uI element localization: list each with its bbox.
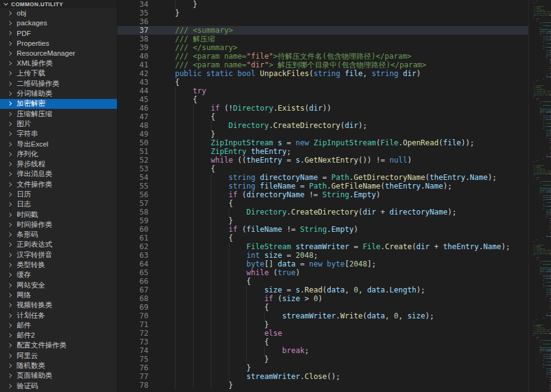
tree-item[interactable]: packages <box>0 18 117 28</box>
code-line[interactable]: 61 { <box>117 234 528 242</box>
line-number[interactable]: 77 <box>117 372 153 381</box>
tree-item[interactable]: 网络 <box>0 290 117 300</box>
code-line[interactable]: 58 Directory.CreateDirectory(dir + direc… <box>117 208 528 216</box>
line-number[interactable]: 41 <box>117 61 153 69</box>
code-line[interactable]: 64 byte[] data = new byte[2048]; <box>117 260 528 268</box>
code-line[interactable]: 50 ZipInputStream s = new ZipInputStream… <box>117 138 528 147</box>
code-line[interactable]: 52 while ((theEntry = s.GetNextEntry()) … <box>117 156 528 164</box>
tree-item[interactable]: 视频转换类 <box>0 300 117 310</box>
line-number[interactable]: 52 <box>117 156 153 164</box>
tree-item[interactable]: 类型转换 <box>0 260 117 270</box>
code-line[interactable]: 46 if (!Directory.Exists(dir)) <box>117 104 528 113</box>
tree-item[interactable]: obj <box>0 8 117 18</box>
code-line[interactable]: 73 { <box>117 338 528 346</box>
line-number[interactable]: 43 <box>117 78 153 87</box>
code-line[interactable]: 57 { <box>117 199 528 208</box>
tree-item[interactable]: ResourceManager <box>0 48 117 58</box>
tree-item[interactable]: 缓存 <box>0 270 117 280</box>
tree-item[interactable]: 文件操作类 <box>0 179 117 189</box>
tree-item[interactable]: 邮件2 <box>0 331 117 341</box>
code-line[interactable]: 45 { <box>117 95 528 104</box>
code-line[interactable]: 62 FileStream streamWriter = File.Create… <box>117 242 528 251</box>
line-number[interactable]: 53 <box>117 164 153 173</box>
code-line[interactable]: 36 <box>117 17 528 26</box>
line-number[interactable]: 39 <box>117 43 153 52</box>
tree-item[interactable]: 弹出消息类 <box>0 169 117 179</box>
tree-item[interactable]: 加密解密 <box>0 99 117 109</box>
line-number[interactable]: 51 <box>117 147 153 156</box>
code-line[interactable]: 53 { <box>117 164 528 173</box>
line-number[interactable]: 38 <box>117 35 153 43</box>
tree-item[interactable]: XML操作类 <box>0 58 117 68</box>
code-line[interactable]: 66 { <box>117 277 528 286</box>
tree-item[interactable]: 时间操作类 <box>0 219 117 229</box>
tree-item[interactable]: 正则表达式 <box>0 240 117 250</box>
tree-item[interactable]: 验证码 <box>0 381 117 391</box>
code-line[interactable]: 43 { <box>117 78 528 87</box>
code-line[interactable]: 65 while (true) <box>117 268 528 277</box>
tree-item[interactable]: 网站安全 <box>0 280 117 290</box>
code-line[interactable]: 67 size = s.Read(data, 0, data.Length); <box>117 286 528 294</box>
line-number[interactable]: 78 <box>117 381 153 390</box>
code-lines[interactable]: 34 }35 }3637 /// <summary>38 /// 解压缩39 /… <box>117 0 528 392</box>
line-number[interactable]: 48 <box>117 121 153 130</box>
tree-item[interactable]: 日历 <box>0 189 117 199</box>
tree-item[interactable]: 导出Excel <box>0 139 117 149</box>
line-number[interactable]: 54 <box>117 173 153 182</box>
code-line[interactable]: 44 try <box>117 87 528 95</box>
line-number[interactable]: 62 <box>117 242 153 251</box>
tree-item[interactable]: 随机数类 <box>0 360 117 370</box>
line-number[interactable]: 35 <box>117 9 153 17</box>
line-number[interactable]: 42 <box>117 69 153 78</box>
line-number[interactable]: 55 <box>117 182 153 190</box>
line-number[interactable]: 64 <box>117 260 153 268</box>
tree-item[interactable]: 日志 <box>0 200 117 210</box>
code-line[interactable]: 56 if (directoryName != String.Empty) <box>117 190 528 199</box>
tree-item[interactable]: 邮件 <box>0 320 117 330</box>
line-number[interactable]: 47 <box>117 113 153 121</box>
explorer-section-header[interactable]: COMMON.UTILITY <box>0 0 117 8</box>
line-number[interactable]: 50 <box>117 138 153 147</box>
line-number[interactable]: 74 <box>117 346 153 355</box>
code-line[interactable]: 34 } <box>117 0 528 9</box>
line-number[interactable]: 45 <box>117 95 153 104</box>
tree-item[interactable]: 序列化 <box>0 149 117 159</box>
line-number[interactable]: 71 <box>117 320 153 329</box>
line-number[interactable]: 58 <box>117 208 153 216</box>
tree-item[interactable]: 分词辅助类 <box>0 88 117 98</box>
tree-item[interactable]: 二维码操作类 <box>0 79 117 88</box>
code-line[interactable]: 37 /// <summary> <box>117 26 528 35</box>
tree-item[interactable]: Properties <box>0 38 117 48</box>
line-number[interactable]: 72 <box>117 329 153 338</box>
code-line[interactable]: 40 /// <param name="file">待解压文件名(包含物理路径)… <box>117 52 528 61</box>
line-number[interactable]: 70 <box>117 312 153 320</box>
line-number[interactable]: 68 <box>117 294 153 303</box>
code-line[interactable]: 38 /// 解压缩 <box>117 35 528 43</box>
code-line[interactable]: 78 } <box>117 381 528 390</box>
code-line[interactable]: 63 int size = 2048; <box>117 251 528 260</box>
code-line[interactable]: 77 streamWriter.Close(); <box>117 372 528 381</box>
code-line[interactable]: 74 break; <box>117 346 528 355</box>
tree-item[interactable]: 阿里云 <box>0 351 117 360</box>
code-line[interactable]: 39 /// </summary> <box>117 43 528 52</box>
tree-item[interactable]: 异步线程 <box>0 159 117 169</box>
tree-item[interactable]: 汉字转拼音 <box>0 250 117 260</box>
tree-item[interactable]: PDF <box>0 28 117 38</box>
code-line[interactable]: 54 string directoryName = Path.GetDirect… <box>117 173 528 182</box>
line-number[interactable]: 63 <box>117 251 153 260</box>
line-number[interactable]: 73 <box>117 338 153 346</box>
line-number[interactable]: 66 <box>117 277 153 286</box>
tree-item[interactable]: 字符串 <box>0 129 117 139</box>
line-number[interactable]: 44 <box>117 87 153 95</box>
tree-item[interactable]: 压缩解压缩 <box>0 109 117 119</box>
code-line[interactable]: 35 } <box>117 9 528 17</box>
code-line[interactable]: 51 ZipEntry theEntry; <box>117 147 528 156</box>
tree-item[interactable]: 页面辅助类 <box>0 371 117 381</box>
code-line[interactable]: 60 if (fileName != String.Empty) <box>117 225 528 234</box>
code-line[interactable]: 41 /// <param name="dir"> 解压到哪个目录中(包含物理路… <box>117 61 528 69</box>
tree-item[interactable]: 计划任务 <box>0 310 117 320</box>
tree-item[interactable]: 时间戳 <box>0 210 117 219</box>
tree-item[interactable]: 上传下载 <box>0 69 117 79</box>
code-line[interactable]: 72 else <box>117 329 528 338</box>
line-number[interactable]: 49 <box>117 130 153 138</box>
